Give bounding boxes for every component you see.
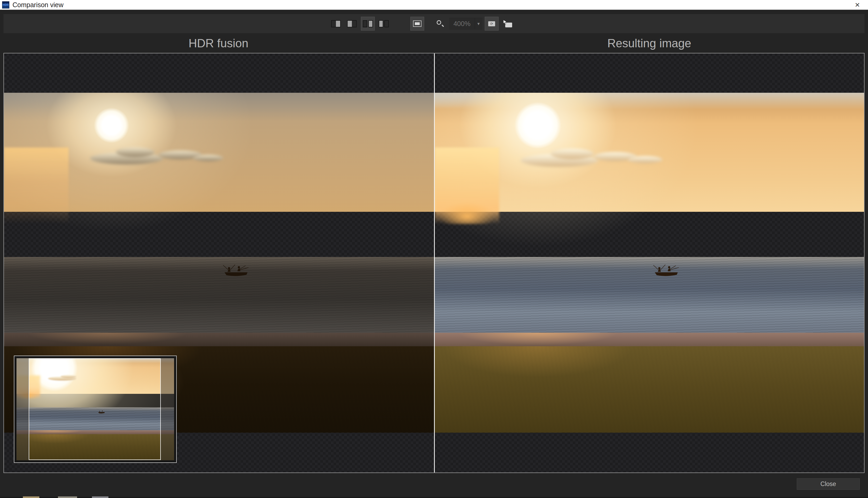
side-by-side-right-filled-icon	[363, 20, 373, 27]
fishing-boat	[652, 264, 681, 279]
background-thumbnail-fragment	[92, 496, 108, 498]
navigator-panel[interactable]	[14, 356, 177, 463]
pane-labels: HDR fusion Resulting image	[3, 37, 865, 52]
background-thumbnail-fragment	[23, 496, 39, 498]
resulting-photo	[435, 93, 864, 433]
app-icon-text: HDR	[3, 3, 9, 6]
comparison-viewport[interactable]	[3, 53, 865, 473]
lake-water	[435, 257, 864, 333]
app-icon: HDR	[2, 1, 9, 9]
compare-mode-split-right-button[interactable]	[329, 17, 343, 30]
navigator-icon	[413, 21, 421, 27]
fit-to-view-icon	[503, 20, 512, 27]
background-app-strip	[0, 497, 868, 498]
title-bar: HDR Comparison view ✕	[0, 0, 868, 10]
toolbar: 400% ▾ ⟳	[3, 14, 865, 33]
lake-water	[4, 257, 434, 333]
close-button[interactable]: Close	[797, 479, 860, 490]
zoom-level-value: 400%	[453, 20, 472, 28]
right-pane-title: Resulting image	[434, 37, 864, 50]
fishing-boat	[222, 264, 250, 279]
sun-reflection	[435, 147, 499, 224]
split-half-left-filled-icon	[347, 20, 357, 27]
window-title: Comparison view	[13, 1, 64, 9]
cursor-arrow-icon	[503, 20, 507, 25]
window-close-button[interactable]: ✕	[851, 0, 864, 10]
navigator-dim-left	[16, 358, 29, 460]
grass-foreground	[435, 346, 864, 433]
compare-mode-side-by-side-right-button[interactable]	[361, 17, 374, 30]
fit-to-view-button[interactable]	[501, 17, 514, 30]
background-thumbnail-fragment	[58, 496, 77, 498]
chevron-down-icon[interactable]: ▾	[475, 21, 482, 27]
compare-mode-split-left-button[interactable]	[345, 17, 358, 30]
navigator-dim-right	[161, 358, 174, 460]
compare-mode-side-by-side-left-button[interactable]	[377, 17, 391, 30]
magnifier-icon	[436, 19, 444, 28]
left-pane-title: HDR fusion	[3, 37, 433, 50]
beach-strip	[435, 333, 864, 347]
actual-size-button[interactable]: ⟳	[485, 17, 498, 30]
navigator-toggle-button[interactable]	[411, 17, 424, 30]
right-pane-image[interactable]	[435, 53, 864, 472]
navigator-viewport-rect[interactable]	[29, 358, 161, 460]
beach-strip	[4, 333, 434, 347]
sun-reflection	[4, 147, 68, 224]
side-by-side-left-filled-icon	[379, 20, 389, 27]
zoom-level-combobox[interactable]: 400% ▾	[449, 18, 482, 29]
split-half-right-filled-icon	[331, 20, 341, 27]
zoom-tool-button[interactable]	[433, 17, 447, 30]
actual-size-icon: ⟳	[488, 21, 495, 26]
comparison-window: HDR Comparison view ✕	[0, 0, 868, 498]
